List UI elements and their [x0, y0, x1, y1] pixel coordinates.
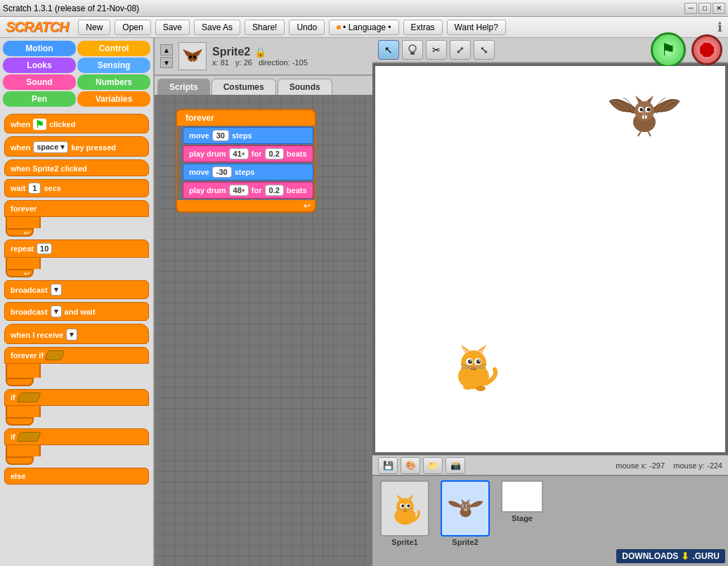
forever-label: forever	[186, 113, 214, 123]
svg-point-33	[640, 108, 644, 112]
sprite-nav-down[interactable]: ▼	[160, 57, 173, 68]
move1-label: move	[189, 131, 209, 140]
drum1-val[interactable]: 41 ▾	[229, 148, 249, 159]
block-else[interactable]: else	[4, 468, 149, 485]
svg-rect-37	[642, 115, 644, 119]
block-when-receive[interactable]: when I receive ▾	[4, 324, 149, 344]
share-button[interactable]: Share!	[245, 20, 285, 35]
block-broadcast[interactable]: broadcast ▾	[4, 280, 149, 299]
sprite-thumb-sprite2[interactable]: Sprite2	[437, 480, 493, 562]
tool-select[interactable]: ↖	[378, 40, 399, 60]
move2-val[interactable]: -30	[212, 166, 232, 178]
forever-if-end	[6, 378, 34, 386]
tab-scripts[interactable]: Scripts	[157, 79, 210, 95]
save-as-button[interactable]: Save As	[194, 20, 240, 35]
stage-camera-btn[interactable]: 📸	[446, 457, 465, 474]
go-button[interactable]: ⚑	[651, 32, 686, 67]
sprite-coords: x: 81 y: 26 direction: -105	[212, 58, 308, 67]
minimize-button[interactable]: ─	[684, 3, 697, 14]
close-button[interactable]: ✕	[713, 3, 725, 14]
drum1-beats[interactable]: 0.2	[265, 148, 284, 159]
stage-paint-btn[interactable]: 🎨	[401, 457, 420, 474]
stage-save-btn[interactable]: 💾	[378, 457, 398, 474]
save-button[interactable]: Save	[155, 20, 190, 35]
sprite2-image	[441, 480, 490, 537]
menubar: SCRATCH New Open Save Save As Share! Und…	[0, 17, 728, 38]
svg-point-16	[468, 360, 472, 364]
block-if[interactable]: if	[4, 389, 149, 406]
svg-point-4	[193, 55, 196, 58]
cat-sensing[interactable]: Sensing	[77, 58, 150, 73]
bat-sprite-container	[606, 80, 683, 152]
watermark-text: DOWNLOADS	[622, 551, 678, 561]
new-button[interactable]: New	[78, 20, 110, 35]
stage-folder-btn[interactable]: 📁	[423, 457, 443, 474]
stage-label: Stage	[512, 514, 533, 522]
sprite-preview-image	[180, 44, 205, 69]
sprite-info-details: Sprite2 🔒 x: 81 y: 26 direction: -105	[212, 46, 308, 67]
repeat-val[interactable]: 10	[37, 243, 52, 254]
s-block-drum2[interactable]: play drum 48 ▾ for 0.2 beats	[183, 182, 313, 199]
stage-area[interactable]	[375, 66, 725, 452]
block-wait[interactable]: wait 1 secs	[4, 179, 149, 197]
sprite-nav-up[interactable]: ▲	[160, 44, 173, 55]
tool-scissors[interactable]: ✂	[426, 40, 447, 60]
stamp-icon	[406, 44, 419, 56]
cat-motion[interactable]: Motion	[3, 41, 76, 56]
receive-dropdown[interactable]: ▾	[66, 329, 77, 341]
sprite-thumb-sprite1[interactable]: Sprite1	[377, 480, 433, 562]
block-when-key-pressed[interactable]: when space ▾ key pressed	[4, 136, 149, 157]
block-when-flag-clicked[interactable]: when ⚑ clicked	[4, 114, 149, 133]
drum2-val[interactable]: 48 ▾	[229, 185, 249, 196]
help-button[interactable]: Want Help?	[447, 20, 506, 35]
block-forever-group: forever ↩	[4, 200, 149, 237]
playback-controls: ⚑	[651, 32, 722, 67]
tool-shrink[interactable]: ⤡	[474, 40, 495, 60]
broadcast-wait-dropdown[interactable]: ▾	[51, 305, 62, 317]
undo-button[interactable]: Undo	[289, 20, 325, 35]
sprite1-label: Sprite1	[391, 538, 417, 546]
move1-val[interactable]: 30	[212, 130, 229, 141]
block-when-sprite-clicked[interactable]: when Sprite2 clicked	[4, 159, 149, 176]
drum2-beats[interactable]: 0.2	[265, 185, 284, 196]
svg-rect-61	[466, 508, 467, 511]
categories-panel: Motion Control Looks Sensing Sound Numbe…	[0, 38, 153, 110]
tab-costumes[interactable]: Costumes	[212, 79, 276, 95]
block-repeat[interactable]: repeat 10	[4, 239, 149, 258]
extras-button[interactable]: Extras	[403, 20, 443, 35]
key-dropdown[interactable]: space ▾	[33, 141, 68, 153]
cat-control[interactable]: Control	[77, 41, 150, 56]
broadcast-dropdown[interactable]: ▾	[51, 284, 62, 296]
open-button[interactable]: Open	[115, 20, 150, 35]
mouse-x-val: -297	[649, 461, 665, 470]
svg-line-39	[638, 131, 641, 136]
block-if2[interactable]: if	[4, 428, 149, 445]
cat-variables[interactable]: Variables	[77, 91, 150, 107]
svg-point-58	[463, 505, 465, 507]
cat-numbers[interactable]: Numbers	[77, 74, 150, 90]
language-button[interactable]: • Language •	[329, 20, 398, 35]
wait-val[interactable]: 1	[28, 183, 41, 194]
block-broadcast-wait[interactable]: broadcast ▾ and wait	[4, 302, 149, 321]
svg-point-3	[189, 55, 192, 58]
tool-stamp[interactable]	[402, 40, 423, 60]
tab-sounds[interactable]: Sounds	[278, 79, 332, 95]
forever-arrow-icon: ↩	[304, 201, 311, 211]
script-area[interactable]: forever move 30 steps play drum 41 ▾ for	[155, 95, 372, 566]
s-block-move2[interactable]: move -30 steps	[183, 164, 313, 180]
block-forever[interactable]: forever	[4, 200, 149, 217]
s-block-move1[interactable]: move 30 steps	[183, 127, 313, 144]
cat-sound[interactable]: Sound	[3, 74, 76, 90]
block-forever-if[interactable]: forever if	[4, 347, 149, 364]
lang-dot	[337, 25, 341, 29]
maximize-button[interactable]: □	[698, 3, 711, 14]
block-if2-group: if	[4, 428, 149, 465]
cat-pen[interactable]: Pen	[3, 91, 76, 107]
svg-point-6	[409, 45, 416, 52]
cat-looks[interactable]: Looks	[3, 58, 76, 73]
s-forever-top[interactable]: forever	[176, 109, 316, 126]
tool-grow[interactable]: ⤢	[450, 40, 471, 60]
s-block-drum1[interactable]: play drum 41 ▾ for 0.2 beats	[183, 145, 313, 162]
stage-thumb[interactable]: Stage	[498, 480, 547, 562]
stop-button[interactable]	[691, 34, 722, 65]
